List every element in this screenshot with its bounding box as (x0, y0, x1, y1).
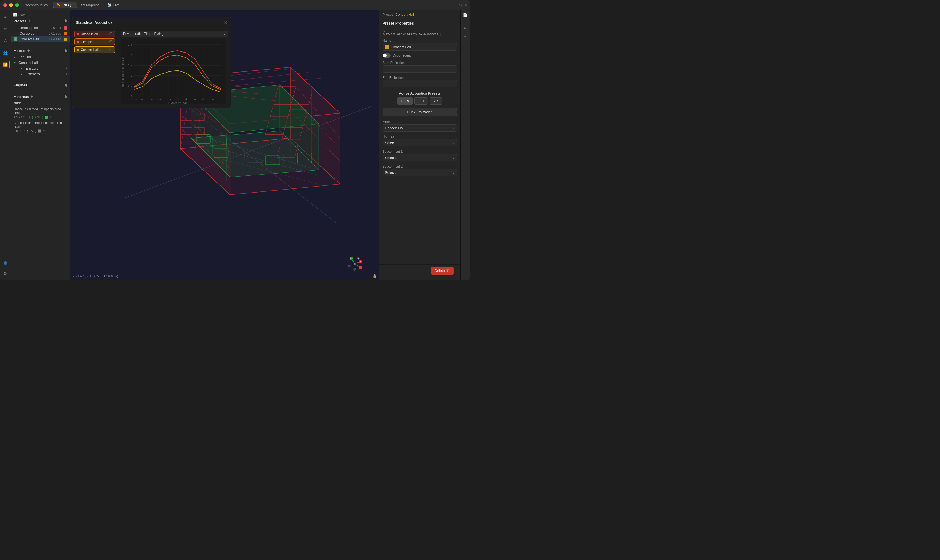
add-engine-button[interactable]: + (29, 83, 31, 88)
model-select[interactable]: Concert Hall ⌃⌄ (382, 124, 457, 132)
preset-btn-early[interactable]: Early (398, 97, 413, 105)
id-value: 4c27a32f-c898-419d-952a-3a44c1b50062 (382, 33, 438, 36)
svg-text:1k: 1k (176, 98, 179, 101)
preset-properties-title: Preset Properties (379, 19, 460, 28)
strip-divider-1 (463, 21, 468, 22)
chip-concerthall[interactable]: Concert Hall ⓘ (74, 46, 115, 53)
preset-checkbox-concerthall[interactable]: ✓ (14, 37, 17, 41)
strip-doc-icon[interactable]: 📄 (463, 13, 468, 17)
delete-button[interactable]: Delete 🗑 (431, 267, 454, 275)
chart-type-dropdown[interactable]: Reverberation Time - Eyring ⌄ (120, 31, 228, 37)
models-label: Models (14, 49, 26, 53)
name-color-swatch[interactable] (385, 45, 389, 49)
space1-select[interactable]: Select... ⌃⌄ (382, 154, 457, 162)
right-panel: Preset: Concert Hall ⌄ Preset Properties… (379, 10, 460, 280)
preset-value-display[interactable]: Concert Hall (395, 12, 415, 17)
tree-item-emitters[interactable]: ▶ Emitters + (18, 66, 70, 71)
svg-text:X: X (360, 261, 361, 263)
users-icon[interactable]: 👥 (2, 49, 9, 56)
chip-occupied[interactable]: Occupied ⓘ (74, 38, 115, 45)
models-sort-icon[interactable]: ⇅ (65, 49, 68, 53)
pencil-icon[interactable]: ✏ (2, 25, 9, 32)
tree-item-fanhall[interactable]: ▶ Fan Hall (11, 54, 70, 60)
preset-checkbox-occupied[interactable] (14, 32, 17, 35)
listener-select[interactable]: Select... ⌃⌄ (382, 139, 457, 146)
more-material-1-icon[interactable]: ⋯ (53, 115, 56, 119)
add-model-button[interactable]: + (27, 48, 30, 53)
minimize-button[interactable] (9, 3, 13, 7)
model-select-chevron: ⌃⌄ (450, 126, 455, 129)
svg-point-105 (354, 263, 355, 265)
edit-material-1-icon[interactable]: ✏ (49, 115, 52, 119)
lock-icon[interactable]: 🔒 (373, 274, 377, 278)
presets-label: Presets (14, 19, 26, 23)
preset-item-occupied[interactable]: Occupied 2.01 sec (11, 31, 70, 36)
sort-icon[interactable]: ⇅ (65, 19, 68, 23)
space1-field-label: Space Input 1 (379, 148, 460, 154)
material-item-audience-seats[interactable]: Audience on medium upholstered seats 0.0… (11, 120, 70, 134)
svg-point-104 (348, 265, 351, 267)
add-listener-button[interactable]: + (65, 72, 68, 76)
fullscreen-button[interactable] (15, 3, 19, 7)
preset-btn-vr[interactable]: VR (430, 97, 442, 105)
copy-id-button[interactable]: ⎘ (440, 33, 442, 36)
stats-overlay: Statistical Acoustics ✕ Unoccupied ⓘ Occ… (71, 17, 231, 108)
center-view[interactable]: Statistical Acoustics ✕ Unoccupied ⓘ Occ… (71, 10, 379, 280)
add-preset-button[interactable]: + (28, 18, 30, 23)
model-field-label: Model (379, 118, 460, 124)
svg-text:Frequency (Hz): Frequency (Hz) (168, 101, 187, 104)
viewport-gizmo[interactable]: Y X Z ? ⌂ (347, 255, 363, 272)
tab-design[interactable]: ✏️ Design (53, 2, 76, 8)
listener-field-label: Listener (379, 133, 460, 139)
start-reflection-field[interactable]: 1 (382, 65, 457, 72)
overlay-close-button[interactable]: ✕ (224, 20, 227, 25)
radio-icon[interactable]: 📶 (2, 61, 9, 68)
cube-icon[interactable]: ⬡ (2, 37, 9, 45)
chip-unoccupied[interactable]: Unoccupied ⓘ (74, 31, 115, 37)
tree-item-concerthall[interactable]: ▼ Concert Hall (11, 60, 70, 66)
settings-icon[interactable]: ⚙ (2, 270, 9, 277)
preset-dropdown-chevron[interactable]: ⌄ (416, 13, 419, 16)
more-material-2-icon[interactable]: ⋯ (46, 129, 49, 133)
run-auralization-button[interactable]: Run Auralization (382, 108, 457, 116)
close-button[interactable] (3, 3, 7, 7)
tree-item-listeners[interactable]: ▶ Listeners + (18, 71, 70, 77)
space2-select[interactable]: Select... ⌃⌄ (382, 169, 457, 176)
preset-item-concerthall[interactable]: ✓ Concert Hall 1.64 sec (11, 36, 70, 42)
user-icon[interactable]: 👤 (2, 259, 9, 267)
material-item-unoccupied-seats[interactable]: Unoccupied medium upholstered seats 1787… (11, 106, 70, 120)
space1-select-chevron: ⌃⌄ (450, 156, 455, 159)
svg-text:63: 63 (142, 98, 144, 101)
tab-mapping[interactable]: 🗺 Mapping (78, 2, 103, 8)
preset-item-unoccupied[interactable]: Unoccupied 2.26 sec (11, 25, 70, 31)
preset-btn-full[interactable]: Full (415, 97, 428, 105)
svg-text:31.5: 31.5 (132, 98, 137, 101)
strip-layers-icon[interactable]: ⧈ (464, 25, 467, 30)
add-emitter-button[interactable]: + (65, 66, 68, 71)
preset-color-concerthall (64, 38, 68, 41)
end-reflection-field[interactable]: 1 (382, 80, 457, 88)
svg-text:1: 1 (130, 74, 132, 77)
direct-sound-toggle[interactable] (382, 53, 391, 58)
materials-sort-icon[interactable]: ⇅ (65, 95, 68, 99)
preset-time-concerthall: 1.64 sec (49, 37, 61, 41)
svg-text:⌂: ⌂ (354, 268, 355, 270)
stats-label: Stats (18, 13, 25, 17)
tab-live[interactable]: 📡 Live (104, 2, 123, 8)
strip-list-icon[interactable]: ≡ (464, 34, 466, 38)
edit-material-2-icon[interactable]: ✏ (43, 129, 46, 133)
engines-sort-icon[interactable]: ⇅ (65, 83, 68, 87)
preset-checkbox-unoccupied[interactable] (14, 26, 17, 30)
name-field[interactable]: Concert Hall (382, 43, 457, 51)
dropdown-chevron: ⌄ (223, 32, 226, 36)
direct-sound-row: Direct Sound (379, 52, 460, 59)
end-reflection-value: 1 (385, 82, 387, 86)
svg-text:16k: 16k (210, 98, 214, 101)
overlay-title: Statistical Acoustics (76, 20, 112, 25)
menu-icon[interactable]: ≡ (2, 13, 9, 21)
materials-section: Materials + ⇅ studs Unoccupied medium up… (11, 91, 70, 280)
name-field-label: Name (379, 37, 460, 43)
add-material-button[interactable]: + (30, 94, 33, 99)
svg-text:4k: 4k (193, 98, 196, 101)
presets-header: Presets + ⇅ (11, 17, 70, 25)
